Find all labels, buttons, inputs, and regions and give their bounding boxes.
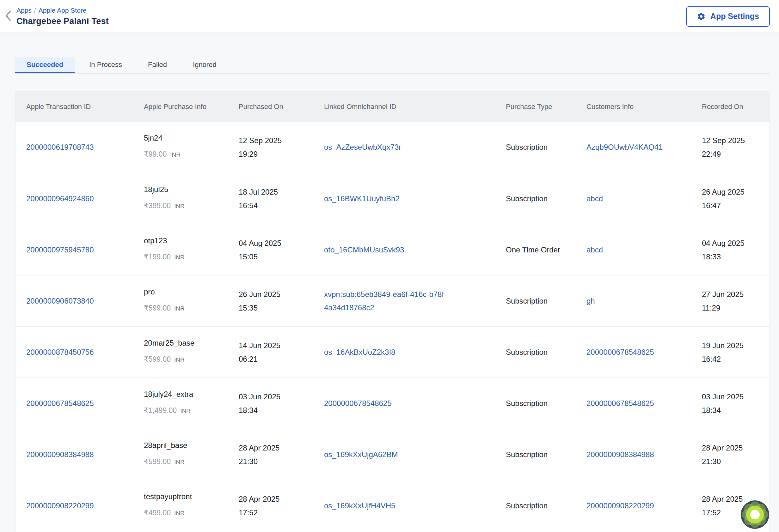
tab-failed[interactable]: Failed: [136, 57, 178, 73]
cell-transaction-id: 2000000975945780: [15, 235, 133, 265]
transaction-id-link[interactable]: 2000000964924860: [26, 194, 94, 203]
recorded-on-date: 19 Jun 2025: [702, 339, 761, 352]
breadcrumb-separator: /: [34, 7, 36, 14]
column-header-apple-transaction-id: Apple Transaction ID: [15, 103, 133, 111]
customer-link[interactable]: 2000000678548625: [587, 399, 654, 407]
cell-purchased-on: 12 Sep 2025 19:29: [228, 125, 313, 170]
omnichannel-id-link[interactable]: 2000000678548625: [324, 399, 392, 407]
tab-ignored[interactable]: Ignored: [181, 57, 228, 73]
cell-purchase-info: 28april_base ₹599.00 INR: [133, 431, 228, 478]
transaction-id-link[interactable]: 2000000878450756: [26, 348, 94, 356]
column-header-linked-omnichannel-id: Linked Omnichannel ID: [313, 103, 495, 111]
transaction-id-link[interactable]: 2000000908384988: [26, 450, 94, 459]
cell-purchase-info: testpayupfront ₹499.00 INR: [133, 483, 228, 529]
column-header-purchased-on: Purchased On: [228, 103, 313, 111]
purchase-price: ₹599.00 INR: [144, 455, 220, 469]
purchased-on-date: 28 Apr 2025: [239, 441, 305, 455]
page-title: Chargebee Palani Test: [16, 16, 109, 26]
breadcrumb-apps-link[interactable]: Apps: [16, 7, 32, 14]
app-settings-button[interactable]: App Settings: [686, 6, 770, 27]
cell-purchase-info: 5jn24 ₹99.00 INR: [133, 124, 228, 170]
price-amount: ₹199.00: [144, 250, 171, 263]
omnichannel-id-link[interactable]: os_16BWK1UuyfuBh2: [324, 194, 400, 203]
app-settings-label: App Settings: [710, 12, 759, 21]
customer-link[interactable]: abcd: [587, 246, 603, 254]
cell-purchase-info: 18july24_extra ₹1,499.00 INR: [133, 380, 228, 426]
cell-omnichannel-id: os_169kXxUjfH4VH5: [313, 490, 495, 521]
cell-purchased-on: 26 Jun 2025 15:35: [228, 279, 313, 324]
transaction-id-link[interactable]: 2000000906073840: [26, 296, 94, 305]
price-currency: INR: [180, 404, 191, 418]
purchased-on-time: 16:54: [239, 199, 305, 212]
back-button[interactable]: [3, 7, 14, 26]
cell-purchase-type: Subscription: [495, 439, 576, 470]
omnichannel-id-link[interactable]: os_16AkBxUoZ2k3I8: [324, 348, 395, 356]
cell-recorded-on: 12 Sep 2025 22:49: [691, 125, 770, 170]
main-content: Succeeded In Process Failed Ignored Appl…: [0, 57, 779, 532]
cell-purchase-type: Subscription: [495, 490, 576, 521]
table-row: 2000000908220299 testpayupfront ₹499.00 …: [15, 480, 770, 531]
purchase-plan-name: 18july24_extra: [144, 389, 220, 399]
cell-customers-info: abcd: [576, 183, 691, 214]
cell-customers-info: gh: [576, 285, 691, 317]
customer-link[interactable]: 2000000678548625: [587, 348, 654, 356]
table-row: 2000000975945780 otp123 ₹199.00 INR 04 A…: [15, 224, 770, 275]
cell-omnichannel-id: os_AzZeseUwbXqx73r: [313, 132, 495, 163]
omnichannel-id-link[interactable]: os_AzZeseUwbXqx73r: [324, 143, 401, 151]
cell-purchase-info: otp123 ₹199.00 INR: [133, 227, 228, 273]
omnichannel-id-link[interactable]: os_169kXxUjgA62BM: [324, 450, 398, 459]
cell-purchase-type: Subscription: [495, 388, 576, 419]
recorded-on-time: 16:47: [702, 199, 761, 212]
transaction-id-link[interactable]: 2000000975945780: [26, 246, 94, 254]
table-row: 2000000878450756 20mar25_base ₹599.00 IN…: [15, 326, 770, 378]
customer-link[interactable]: abcd: [587, 194, 603, 203]
transaction-id-link[interactable]: 2000000678548625: [26, 399, 94, 407]
cell-transaction-id: 2000000964924860: [15, 183, 133, 214]
omnichannel-id-link[interactable]: os_169kXxUjfH4VH5: [324, 502, 395, 510]
omnichannel-id-link[interactable]: oto_16CMbMUsuSvk93: [324, 246, 404, 254]
price-currency: INR: [174, 456, 185, 469]
customer-link[interactable]: Azqb9OUwbV4KAQ41: [587, 143, 663, 151]
customer-link[interactable]: gh: [587, 296, 595, 305]
cell-purchase-info: 18jul25 ₹399.00 INR: [133, 176, 228, 222]
table-body: 2000000619708743 5jn24 ₹99.00 INR 12 Sep…: [15, 122, 770, 531]
page-header: Apps/Apple App Store Chargebee Palani Te…: [0, 0, 779, 33]
recorded-on-time: 21:30: [702, 455, 761, 468]
price-amount: ₹599.00: [144, 302, 171, 315]
purchase-price: ₹99.00 INR: [144, 147, 220, 161]
transaction-id-link[interactable]: 2000000908220299: [26, 502, 94, 510]
purchased-on-date: 03 Jun 2025: [239, 390, 305, 403]
gear-icon: [697, 12, 706, 21]
table-row: 2000000678548625 18july24_extra ₹1,499.0…: [15, 378, 770, 429]
customer-link[interactable]: 2000000908220299: [587, 502, 654, 510]
recorded-on-time: 16:42: [702, 352, 761, 366]
purchased-on-date: 12 Sep 2025: [239, 134, 305, 147]
cell-omnichannel-id: os_16AkBxUoZ2k3I8: [313, 337, 495, 368]
table-row: 2000000619708743 5jn24 ₹99.00 INR 12 Sep…: [15, 122, 770, 173]
purchase-price: ₹599.00 INR: [144, 352, 220, 367]
price-currency: INR: [174, 507, 185, 520]
cell-recorded-on: 04 Aug 2025 18:33: [691, 227, 770, 272]
tab-in-process[interactable]: In Process: [78, 57, 133, 73]
cell-recorded-on: 26 Aug 2025 16:47: [691, 176, 770, 221]
purchase-plan-name: 28april_base: [144, 441, 220, 451]
breadcrumb-app-store-link[interactable]: Apple App Store: [39, 7, 86, 14]
transaction-id-link[interactable]: 2000000619708743: [26, 143, 94, 151]
column-header-apple-purchase-info: Apple Purchase Info: [133, 103, 228, 111]
price-amount: ₹99.00: [144, 147, 167, 161]
breadcrumb: Apps/Apple App Store: [16, 7, 109, 14]
purchased-on-time: 18:34: [239, 403, 305, 417]
purchased-on-date: 26 Jun 2025: [239, 287, 305, 301]
omnichannel-id-link[interactable]: xvpn:sub:65eb3849-ea6f-416c-b78f-4a34d18…: [324, 290, 446, 312]
cell-transaction-id: 2000000906073840: [15, 285, 133, 317]
widget-core: [750, 510, 760, 519]
recorded-on-date: 12 Sep 2025: [702, 134, 761, 147]
status-tabs: Succeeded In Process Failed Ignored: [15, 57, 770, 74]
cell-purchased-on: 03 Jun 2025 18:34: [228, 381, 313, 426]
tab-succeeded[interactable]: Succeeded: [15, 57, 75, 73]
cell-purchase-type: Subscription: [495, 337, 576, 368]
customer-link[interactable]: 2000000908384988: [587, 450, 654, 459]
cell-omnichannel-id: xvpn:sub:65eb3849-ea6f-416c-b78f-4a34d18…: [313, 279, 495, 323]
cell-purchase-type: Subscription: [495, 132, 576, 163]
help-widget-button[interactable]: [741, 501, 769, 529]
